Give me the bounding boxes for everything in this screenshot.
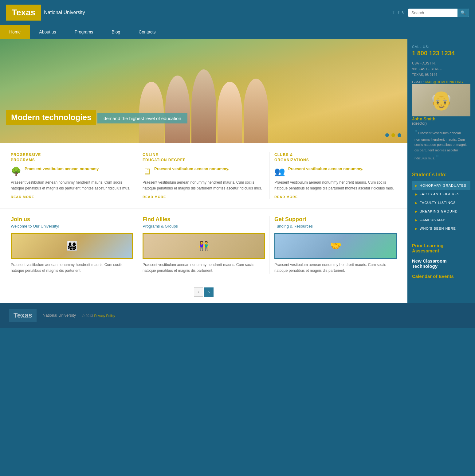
feature-body-1: Praesent vestibulum aenean nonummy hendr…: [11, 180, 133, 191]
search-box: 🔍: [408, 9, 469, 17]
new-classroom-link[interactable]: New Classroom Technology: [412, 258, 470, 269]
join-title-2: Find Allies: [143, 216, 265, 223]
sidebar-divider: [412, 167, 470, 167]
sidebar-person-name: John Smith: [412, 116, 470, 121]
search-button[interactable]: 🔍: [457, 9, 469, 17]
person-figure-3: [191, 69, 216, 143]
main-container: Modern technologies demand the highest l…: [0, 39, 475, 303]
address-line3: TEXAS, 98 9144: [412, 73, 437, 76]
feature-progressive: PROGRESSIVEPROGRAMS 🌳 Praesent vestibulu…: [6, 152, 138, 199]
join-title-3: Get Support: [274, 216, 397, 223]
feature-icon-text-1: Praesent vestibulum aenean nonummy.: [25, 166, 100, 171]
sidebar-email-row: E-MAIL: MAIL@DEMOLINK.ORG: [412, 80, 470, 84]
logo: Texas National University: [6, 5, 85, 21]
join-subtitle-1: Welcome to Our University!: [11, 224, 133, 228]
nav-programs[interactable]: Programs: [65, 25, 103, 39]
menu-arrow-4: ▶: [415, 210, 418, 213]
hero-overlay: Modern technologies demand the highest l…: [6, 110, 187, 125]
logo-texas[interactable]: Texas: [6, 5, 41, 21]
footer-texas: Texas: [9, 309, 37, 322]
join-body-2: Praesent vestibulum aenean nonummy hendr…: [143, 262, 265, 274]
join-section: Join us Welcome to Our University! 👨‍👩‍👧…: [0, 209, 407, 281]
menu-label-5: CAMPUS MAP: [420, 218, 446, 222]
nav-contacts[interactable]: Contacts: [129, 25, 165, 39]
join-title-1: Join us: [11, 216, 133, 223]
facebook-icon[interactable]: 𝐟: [398, 10, 399, 15]
content-area: Modern technologies demand the highest l…: [0, 39, 407, 303]
sidebar-person-quote: " Praesent vestibulum aenean non-ummy he…: [412, 128, 470, 162]
feature-body-3: Praesent vestibulum aenean nonummy hendr…: [274, 180, 397, 191]
close-quote-icon: ": [436, 154, 439, 161]
hero-dots: [385, 133, 401, 137]
menu-item-campus[interactable]: ▶ CAMPUS MAP: [412, 216, 470, 224]
sidebar-email-link[interactable]: MAIL@DEMOLINK.ORG: [425, 80, 463, 84]
nav-blog[interactable]: Blog: [102, 25, 129, 39]
menu-item-whos[interactable]: ▶ WHO'S BEEN HERE: [412, 224, 470, 233]
address-line1: USA – AUSTIN,: [412, 61, 436, 65]
read-more-3[interactable]: READ MORE: [274, 195, 298, 199]
monitor-icon: 🖥: [143, 166, 151, 177]
menu-label-6: WHO'S BEEN HERE: [420, 227, 456, 230]
people-icon: 👥: [274, 166, 285, 177]
footer-privacy-link[interactable]: Privacy Policy: [94, 314, 115, 318]
sidebar-divider-2: [412, 238, 470, 238]
hero-image: Modern technologies demand the highest l…: [0, 39, 407, 143]
hero-dot-3[interactable]: [398, 133, 401, 137]
join-subtitle-2: Programs & Groups: [143, 224, 265, 228]
feature-icon-text-2: Praesent vestibulum aenean nonummy.: [154, 166, 229, 171]
feature-icon-row-1: 🌳 Praesent vestibulum aenean nonummy.: [11, 166, 133, 177]
menu-label-3: FACULTY LISTINGS: [420, 201, 456, 205]
menu-arrow-6: ▶: [415, 227, 418, 230]
menu-item-honorary[interactable]: ▶ HONORARY GRADUATES: [412, 181, 470, 190]
nav-about[interactable]: About us: [30, 25, 65, 39]
hero-dot-2[interactable]: [391, 133, 395, 137]
footer-copyright: © 2013: [82, 314, 93, 318]
next-button[interactable]: ›: [204, 287, 214, 297]
quote-text: Praesent vestibulum aenean non-ummy hend…: [414, 131, 467, 160]
hero-title: Modern technologies: [6, 110, 96, 125]
header: Texas National University 𝕋 𝐟 𝐕 🔍 Home A…: [0, 0, 475, 39]
join-photo-3: 🤝: [274, 233, 397, 259]
read-more-2[interactable]: READ MORE: [143, 195, 166, 199]
nav-home[interactable]: Home: [0, 25, 30, 39]
pagination: ‹ ›: [0, 281, 407, 303]
feature-clubs: CLUBS &ORGANIZATIONS 👥 Praesent vestibul…: [270, 152, 401, 199]
logo-university: National University: [44, 10, 85, 16]
footer-university: National University: [43, 313, 76, 318]
hero-dot-1[interactable]: [385, 133, 389, 137]
vimeo-icon[interactable]: 𝐕: [402, 10, 405, 15]
menu-item-faculty[interactable]: ▶ FACULTY LISTINGS: [412, 198, 470, 207]
person-figure-5: [244, 79, 268, 143]
menu-arrow-5: ▶: [415, 218, 418, 222]
sidebar-email-label: E-MAIL:: [412, 80, 424, 84]
feature-title-3: CLUBS &ORGANIZATIONS: [274, 152, 397, 163]
sidebar-person-role: (director): [412, 121, 470, 126]
calendar-link[interactable]: Calendar of Events: [412, 274, 470, 279]
address-line2: 901 EASTE STREET,: [412, 67, 445, 71]
feature-title-2: ONLINEEDUCATION DEGREE: [143, 152, 265, 163]
join-photo-1: 👨‍👩‍👧‍👦: [11, 233, 133, 259]
person-figure-4: [218, 82, 242, 143]
menu-label-4: BREAKING GROUND: [420, 209, 458, 213]
feature-icon-row-2: 🖥 Praesent vestibulum aenean nonummy.: [143, 166, 265, 177]
prior-learning-link[interactable]: Prior Learning Assessment: [412, 243, 470, 253]
sidebar-address: USA – AUSTIN, 901 EASTE STREET, TEXAS, 9…: [412, 60, 470, 78]
feature-title-1: PROGRESSIVEPROGRAMS: [11, 152, 133, 163]
menu-item-breaking[interactable]: ▶ BREAKING GROUND: [412, 207, 470, 216]
menu-label-1: HONORARY GRADUATES: [420, 184, 466, 187]
menu-arrow-1: ▶: [415, 184, 418, 187]
feature-body-2: Praesent vestibulum aenean nonummy hendr…: [143, 180, 265, 191]
main-nav: Home About us Programs Blog Contacts: [0, 25, 475, 39]
twitter-icon[interactable]: 𝕋: [392, 10, 395, 15]
search-input[interactable]: [408, 9, 457, 17]
hero-section: Modern technologies demand the highest l…: [0, 39, 407, 143]
feature-icon-row-3: 👥 Praesent vestibulum aenean nonummy.: [274, 166, 397, 177]
read-more-1[interactable]: READ MORE: [11, 195, 34, 199]
person-figure-2: [165, 76, 190, 143]
feature-icon-text-3: Praesent vestibulum aenean nonummy.: [288, 166, 363, 171]
menu-item-facts[interactable]: ▶ FACTS AND FIGURES: [412, 190, 470, 198]
prev-button[interactable]: ‹: [194, 287, 203, 297]
open-quote-icon: ": [414, 129, 417, 135]
students-info-title: Student`s Info:: [412, 172, 470, 178]
hero-subtitle: demand the highest level of education: [97, 113, 187, 123]
